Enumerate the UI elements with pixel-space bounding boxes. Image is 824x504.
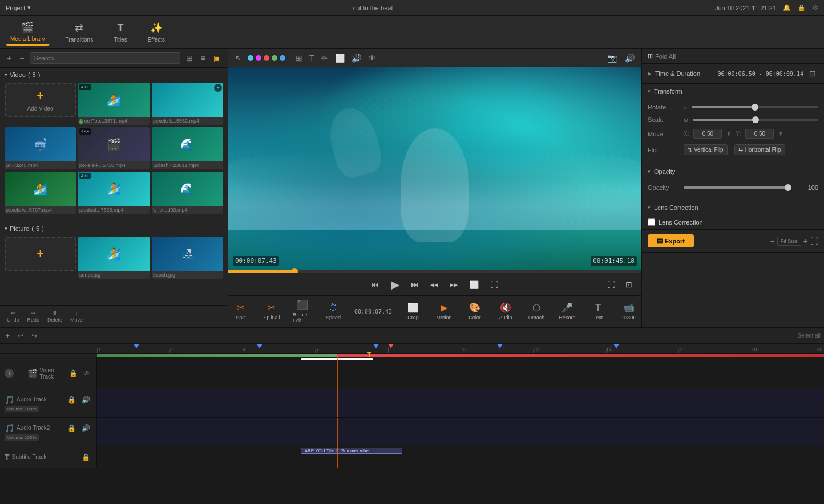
- move-x-stepper[interactable]: ⬍: [726, 131, 731, 137]
- add-track-button[interactable]: +: [3, 331, 12, 341]
- snapshot-button[interactable]: 📷: [605, 52, 619, 64]
- split-tool[interactable]: ✂ Split: [228, 300, 255, 323]
- audio-mute-button[interactable]: 🔊: [80, 395, 92, 404]
- subtitle-clip-1[interactable]: ARE YOU Title 3: Summer Vibe: [301, 448, 402, 454]
- redo-timeline-button[interactable]: ↪: [29, 331, 39, 341]
- opacity-slider[interactable]: [684, 186, 788, 189]
- audio-lock-button[interactable]: 🔒: [66, 395, 78, 404]
- toolbar-effects[interactable]: ✨ Effects: [143, 19, 169, 45]
- fit-size-button[interactable]: Fit Size: [777, 237, 801, 246]
- search-input[interactable]: [30, 52, 180, 64]
- audio-tool-btn[interactable]: 🔇 Audio: [491, 300, 520, 323]
- notification-icon[interactable]: 🔔: [783, 4, 791, 11]
- lens-correction-checkbox[interactable]: [648, 218, 655, 226]
- crop-tool-btn[interactable]: ⬜ Crop: [399, 300, 427, 323]
- list-item[interactable]: 🏄 4K+ product...7323.mp4: [78, 172, 150, 214]
- export-button[interactable]: ▤ Export: [648, 234, 694, 247]
- rotate-slider-thumb[interactable]: [752, 104, 758, 111]
- move-button[interactable]: ↕ Move: [68, 309, 85, 324]
- transform-header[interactable]: ▾ Transform: [642, 84, 824, 99]
- marker-button[interactable]: ⛶: [487, 278, 502, 291]
- grid-view-button[interactable]: ⊞: [184, 52, 195, 64]
- color-tool[interactable]: 🎨 Color: [461, 300, 489, 323]
- list-view-button[interactable]: ≡: [199, 52, 208, 64]
- fold-all-button[interactable]: Fold All: [655, 53, 676, 60]
- toolbar-transitions[interactable]: ⇄ Transitions: [61, 19, 98, 45]
- add-track-button[interactable]: +: [5, 369, 14, 378]
- list-item[interactable]: 🌊 Untitled03.mp4: [152, 172, 223, 214]
- zoom-in-button[interactable]: +: [803, 237, 808, 246]
- redo-button[interactable]: ↪ Redo: [25, 309, 42, 324]
- remove-media-button[interactable]: −: [17, 52, 26, 64]
- move-y-stepper[interactable]: ⬍: [778, 131, 783, 137]
- list-item[interactable]: 🎬 4K+ pexels-k...5710.mp4: [78, 127, 150, 169]
- volume-button[interactable]: 🔊: [623, 52, 637, 64]
- undo-button[interactable]: ↩ Undo: [5, 309, 22, 324]
- play-next-button[interactable]: ⏭: [407, 278, 422, 291]
- filter-button[interactable]: ▣: [211, 52, 223, 64]
- move-y-input[interactable]: [745, 129, 774, 139]
- opacity-slider-thumb[interactable]: [785, 184, 791, 191]
- subtitle-lock-button[interactable]: 🔒: [80, 453, 92, 462]
- scale-slider[interactable]: [693, 119, 818, 121]
- ripple-edit-tool[interactable]: ⬛ Ripple Edit: [288, 297, 317, 326]
- motion-tool[interactable]: ▶ Motion: [430, 300, 458, 323]
- list-item[interactable]: × pexels-k...5532.mp4: [152, 83, 223, 125]
- lock-icon[interactable]: 🔒: [798, 4, 806, 11]
- scale-slider-thumb[interactable]: [752, 116, 759, 123]
- dot-green[interactable]: [272, 55, 277, 61]
- draw-tool[interactable]: ✏: [319, 52, 330, 64]
- audio-tool[interactable]: 🔊: [349, 52, 363, 64]
- move-x-input[interactable]: [693, 129, 722, 139]
- rewind-button[interactable]: ◂◂: [427, 278, 442, 291]
- opacity-header[interactable]: ▾ Opacity: [642, 164, 824, 179]
- horizontal-flip-button[interactable]: ⇆ Horizontal Flip: [734, 144, 785, 155]
- transform-tool[interactable]: ⊞: [293, 52, 305, 64]
- delete-button[interactable]: 🗑 Delete: [45, 309, 64, 324]
- forward-button[interactable]: ▸▸: [446, 278, 461, 291]
- dot-red[interactable]: [264, 55, 269, 61]
- toolbar-media-library[interactable]: 🎬 Media Library: [6, 19, 50, 46]
- detach-tool[interactable]: ⬡ Detach: [522, 300, 551, 323]
- track-lock-button[interactable]: 🔒: [67, 369, 79, 378]
- eye-tool[interactable]: 👁: [366, 52, 378, 64]
- text-tool[interactable]: T: [307, 52, 317, 64]
- play-button[interactable]: ▶: [387, 275, 403, 294]
- loop-button[interactable]: ⬜: [466, 278, 482, 291]
- project-selector[interactable]: Project ▾: [6, 4, 31, 11]
- list-item[interactable]: 🤿 St - 3245.mp4: [5, 127, 76, 169]
- list-item[interactable]: 🏄 4K+ Free Foo...3871.mp4: [78, 83, 150, 125]
- add-picture-button[interactable]: +: [5, 237, 76, 279]
- picture-section-header[interactable]: ▾ Picture (5): [5, 225, 223, 232]
- more-tool[interactable]: 📹 1080P: [615, 300, 641, 323]
- speed-tool[interactable]: ⏱ Speed: [319, 300, 348, 323]
- play-prev-button[interactable]: ⏮: [368, 278, 383, 291]
- list-item[interactable]: 🌊 Splash - 23011.mp4: [152, 127, 223, 169]
- remove-icon[interactable]: ×: [214, 84, 222, 92]
- list-item[interactable]: 🏄 surfer.jpg: [78, 237, 150, 279]
- rotate-slider[interactable]: [692, 106, 818, 108]
- settings-icon[interactable]: ⚙: [813, 4, 818, 11]
- text-tool-btn[interactable]: T Text: [584, 300, 612, 323]
- list-item[interactable]: 🏖 beach.jpg: [152, 237, 223, 279]
- dot-blue[interactable]: [248, 55, 253, 61]
- fullscreen-button[interactable]: ⛶: [604, 278, 619, 291]
- video-section-header[interactable]: ▾ Video (8): [5, 71, 223, 78]
- record-tool[interactable]: 🎤 Record: [553, 300, 581, 323]
- pip-button[interactable]: ⊡: [622, 278, 636, 291]
- dot-purple[interactable]: [256, 55, 261, 61]
- add-video-button[interactable]: + Add Video: [5, 83, 76, 125]
- list-item[interactable]: 🏄 pexels-k...5707.mp4: [5, 172, 76, 214]
- undo-timeline-button[interactable]: ↩: [15, 331, 26, 341]
- toolbar-titles[interactable]: T Titles: [109, 20, 132, 45]
- vertical-flip-button[interactable]: ⇅ Vertical Flip: [684, 144, 728, 155]
- lens-correction-header[interactable]: ▾ Lens Correction: [642, 200, 824, 215]
- cursor-tool[interactable]: ↖: [233, 52, 244, 64]
- fullscreen-fit-button[interactable]: ⛶: [810, 237, 818, 246]
- audio2-lock-button[interactable]: 🔒: [66, 424, 78, 433]
- add-media-button[interactable]: +: [5, 52, 14, 64]
- time-expand-button[interactable]: ⊡: [807, 68, 818, 79]
- zoom-out-button[interactable]: −: [770, 237, 775, 246]
- dot-lightblue[interactable]: [280, 55, 285, 61]
- audio2-mute-button[interactable]: 🔊: [80, 424, 92, 433]
